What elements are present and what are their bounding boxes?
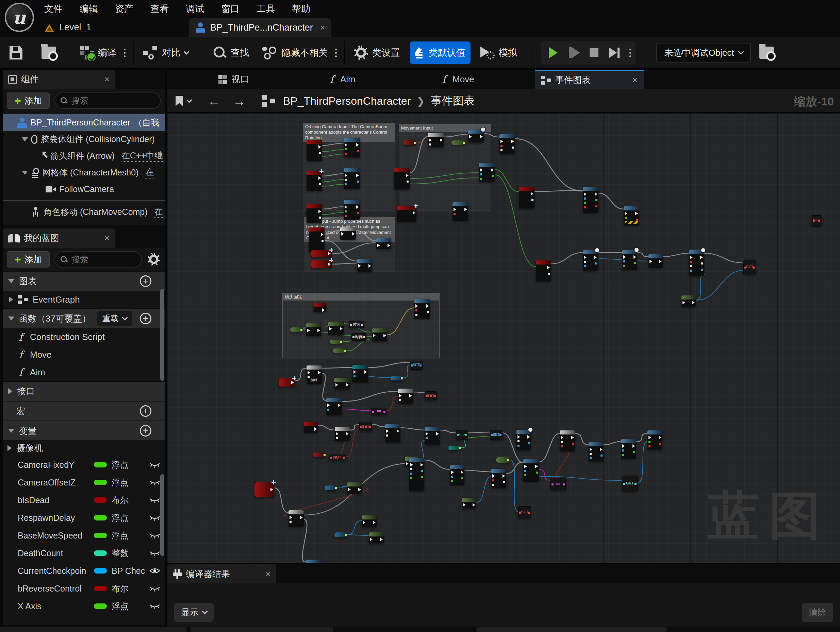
- tree-item[interactable]: 网格体 (CharacterMesh0)在: [3, 164, 165, 181]
- graph-canvas[interactable]: Orbiting Camera Input. The CameraBoom co…: [167, 113, 840, 563]
- variable-pill-node[interactable]: [452, 140, 466, 145]
- nav-back-button[interactable]: ←: [208, 89, 221, 113]
- function-node[interactable]: [468, 129, 484, 142]
- tree-item[interactable]: 胶囊体组件 (CollisionCylinder): [3, 131, 165, 148]
- operator-node[interactable]: 时间: [349, 321, 364, 328]
- close-icon[interactable]: ×: [266, 569, 271, 579]
- delay-node[interactable]: [428, 133, 444, 147]
- function-node[interactable]: [450, 465, 464, 485]
- show-filter-button[interactable]: 显示: [174, 603, 214, 622]
- eye-closed-icon[interactable]: [149, 514, 161, 522]
- delay-node[interactable]: [289, 510, 304, 526]
- event-node[interactable]: [309, 227, 325, 252]
- debug-object-select[interactable]: 未选中调试Object: [656, 43, 751, 63]
- variable-pill-node[interactable]: [325, 485, 338, 490]
- variable-pill-node[interactable]: [290, 328, 303, 332]
- compile-button[interactable]: 编译: [80, 37, 126, 69]
- operator-node[interactable]: SET: [518, 506, 531, 518]
- function-node[interactable]: [409, 458, 424, 491]
- event-node[interactable]: [306, 140, 322, 161]
- function-node[interactable]: [589, 442, 603, 461]
- eye-closed-icon[interactable]: [149, 478, 161, 487]
- close-icon[interactable]: ×: [104, 233, 109, 243]
- section-interfaces[interactable]: 接口: [3, 381, 165, 401]
- unreal-logo[interactable]: u: [5, 3, 34, 32]
- menu-item-5[interactable]: 窗口: [221, 3, 240, 15]
- variable-row[interactable]: bReverseControl 布尔: [3, 580, 165, 597]
- function-node[interactable]: [453, 202, 468, 221]
- event-node[interactable]: [314, 303, 326, 312]
- close-icon[interactable]: ×: [632, 75, 638, 85]
- pure-function-node[interactable]: [369, 533, 384, 543]
- function-node[interactable]: [344, 138, 360, 158]
- class-settings-button[interactable]: 类设置: [354, 37, 400, 69]
- pure-function-node[interactable]: [306, 323, 321, 336]
- function-node[interactable]: [326, 398, 341, 415]
- category-camera[interactable]: 摄像机: [3, 440, 165, 456]
- item-eventgraph[interactable]: EventGraph: [3, 291, 165, 308]
- delay-node[interactable]: [335, 427, 350, 441]
- add-graph-icon[interactable]: +: [140, 275, 152, 287]
- menu-item-6[interactable]: 工具: [257, 3, 275, 15]
- function-node[interactable]: [624, 206, 639, 225]
- operator-node[interactable]: NOT: [328, 454, 346, 460]
- function-node[interactable]: [479, 163, 495, 182]
- tab-components[interactable]: 组件 ×: [3, 70, 115, 89]
- delay-node[interactable]: [340, 227, 356, 240]
- menu-item-2[interactable]: 资产: [115, 3, 133, 15]
- function-node[interactable]: [491, 469, 506, 488]
- add-blueprint-item-button[interactable]: + 添加: [7, 251, 50, 268]
- hide-options-icon[interactable]: [335, 49, 337, 57]
- pure-function-node[interactable]: [372, 328, 387, 341]
- function-item[interactable]: f Move: [3, 346, 165, 363]
- teal-function-node[interactable]: [352, 365, 368, 383]
- function-node[interactable]: [689, 250, 704, 276]
- eye-closed-icon[interactable]: [149, 496, 161, 504]
- add-component-button[interactable]: + 添加: [7, 93, 50, 109]
- tree-item[interactable]: 角色移动 (CharMoveComp)在: [3, 203, 165, 220]
- variable-row[interactable]: BaseMoveSpeed 浮点: [3, 526, 165, 544]
- operator-node[interactable]: SET: [744, 260, 756, 274]
- tab-compiler-results[interactable]: 编译器结果 ×: [167, 564, 276, 584]
- function-node[interactable]: [649, 254, 663, 268]
- variable-row[interactable]: bIsDead 布尔: [3, 491, 165, 509]
- pure-function-node[interactable]: [362, 515, 377, 527]
- tab-aim[interactable]: f Aim: [327, 70, 355, 89]
- variable-row[interactable]: CurrentCheckpoin BP Chec: [3, 562, 165, 580]
- menu-item-4[interactable]: 调试: [186, 3, 204, 15]
- event-node[interactable]: [536, 260, 551, 282]
- event-node[interactable]: [254, 482, 274, 497]
- pure-function-node[interactable]: [682, 295, 696, 307]
- function-node[interactable]: [523, 459, 539, 482]
- variable-row[interactable]: CameraFixedY 浮点: [3, 456, 165, 474]
- eye-closed-icon[interactable]: [149, 461, 161, 469]
- close-icon[interactable]: ×: [320, 22, 325, 33]
- stop-button[interactable]: [585, 43, 603, 62]
- operator-node[interactable]: 时间: [351, 333, 366, 340]
- function-node[interactable]: [414, 299, 430, 318]
- nav-forward-button[interactable]: →: [233, 89, 246, 113]
- variable-row[interactable]: CameraOffsetZ 浮点: [3, 474, 165, 491]
- browse-button[interactable]: [41, 37, 56, 69]
- event-node[interactable]: [306, 171, 322, 191]
- operator-node[interactable]: GET: [622, 476, 638, 491]
- function-node[interactable]: [621, 439, 636, 459]
- menu-item-3[interactable]: 查看: [150, 3, 169, 15]
- tab-move[interactable]: f Move: [440, 70, 474, 89]
- pure-function-node[interactable]: [328, 322, 344, 335]
- variable-pill-node[interactable]: [403, 140, 417, 145]
- save-button[interactable]: [9, 37, 22, 69]
- hide-unrelated-button[interactable]: 隐藏不相关: [262, 37, 337, 69]
- find-button[interactable]: 查找: [213, 37, 249, 69]
- tab-viewport[interactable]: 视口: [218, 70, 249, 89]
- pure-function-node[interactable]: [462, 498, 476, 508]
- tree-item[interactable]: FollowCamera: [3, 181, 165, 197]
- menu-item-0[interactable]: 文件: [44, 3, 63, 15]
- section-functions[interactable]: 函数（37可覆盖） 重载 +: [3, 308, 165, 328]
- eye-open-icon[interactable]: [149, 567, 161, 575]
- tab-my-blueprint[interactable]: 我的蓝图 ×: [3, 229, 115, 248]
- variable-pill-node[interactable]: [333, 348, 346, 353]
- skip-button[interactable]: [606, 43, 623, 62]
- variable-pill-node[interactable]: [330, 340, 343, 344]
- tab-blueprint[interactable]: BP_ThirdPe...nCharacter ×: [189, 18, 332, 37]
